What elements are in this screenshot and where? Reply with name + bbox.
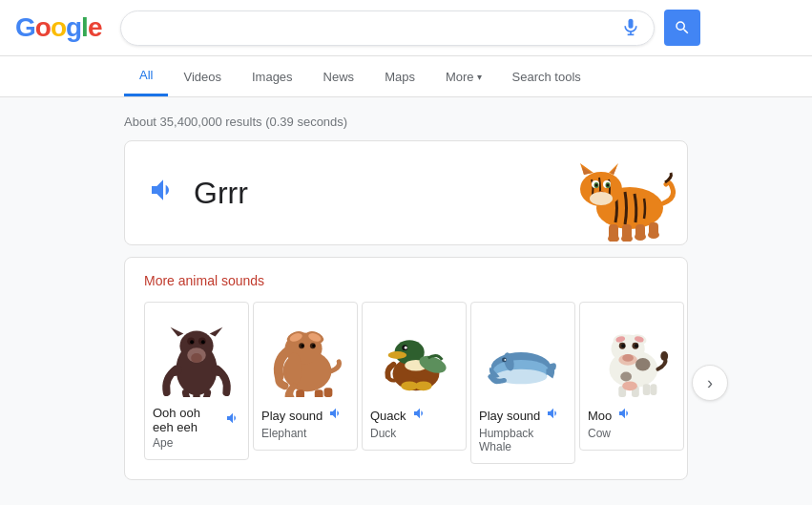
- svg-point-29: [191, 353, 202, 363]
- animal-card-cow[interactable]: Moo Cow: [579, 302, 684, 451]
- animal-card-whale[interactable]: Play sound Humpback Whale: [470, 302, 575, 464]
- next-animals-button[interactable]: ›: [692, 365, 728, 401]
- tiger-image: [563, 146, 677, 242]
- tab-images[interactable]: Images: [237, 58, 308, 95]
- svg-point-21: [648, 231, 659, 239]
- tab-search-tools[interactable]: Search tools: [497, 58, 596, 95]
- tab-videos[interactable]: Videos: [168, 58, 237, 95]
- cow-sound-text: Moo: [588, 409, 612, 423]
- cow-label: Moo: [588, 406, 676, 425]
- svg-rect-45: [324, 388, 333, 397]
- svg-point-27: [190, 340, 194, 344]
- svg-point-74: [620, 372, 632, 382]
- whale-sound-icon[interactable]: [546, 406, 561, 425]
- whale-sound-text: Play sound: [479, 409, 540, 423]
- tab-maps[interactable]: Maps: [369, 58, 430, 95]
- svg-rect-43: [296, 389, 304, 397]
- svg-point-10: [595, 184, 598, 187]
- elephant-image: [261, 312, 349, 398]
- more-sounds-title: More animal sounds: [144, 273, 668, 288]
- tiger-sound-text: Grrr: [194, 176, 248, 211]
- svg-point-41: [302, 345, 304, 347]
- animal-card-elephant[interactable]: Play sound Elephant: [253, 302, 358, 451]
- animal-card-ape[interactable]: Ooh ooh eeh eeh Ape: [144, 302, 249, 460]
- tab-all[interactable]: All: [124, 56, 168, 96]
- duck-sound-icon[interactable]: [412, 406, 427, 425]
- tiger-sound-left: Grrr: [148, 175, 248, 212]
- svg-point-28: [201, 340, 205, 344]
- ape-sublabel: Ape: [153, 436, 240, 450]
- duck-image: [370, 312, 458, 398]
- search-input[interactable]: tiger sound: [135, 19, 614, 36]
- svg-point-42: [312, 345, 315, 347]
- more-sounds-section: More animal sounds: [124, 257, 688, 480]
- whale-sublabel: Humpback Whale: [479, 427, 567, 453]
- play-sound-icon[interactable]: [148, 175, 178, 212]
- ape-sound-icon[interactable]: [225, 410, 240, 430]
- chevron-down-icon: ▾: [477, 72, 482, 82]
- svg-point-51: [405, 347, 407, 349]
- nav-tabs: All Videos Images News Maps More ▾ Searc…: [0, 56, 812, 97]
- tab-news[interactable]: News: [308, 58, 370, 95]
- animals-grid: Ooh ooh eeh eeh Ape: [144, 302, 668, 464]
- ape-sound-text: Ooh ooh eeh eeh: [153, 406, 219, 434]
- whale-label: Play sound: [479, 406, 567, 425]
- tiger-sound-card[interactable]: Grrr: [124, 140, 688, 245]
- cow-image: [588, 312, 676, 398]
- elephant-sound-icon[interactable]: [328, 406, 344, 425]
- tab-more[interactable]: More ▾: [430, 58, 497, 95]
- svg-point-60: [504, 359, 506, 361]
- svg-point-80: [660, 351, 668, 361]
- elephant-sublabel: Elephant: [261, 427, 349, 440]
- google-logo: Google: [15, 12, 101, 43]
- duck-label: Quack: [370, 406, 458, 425]
- svg-point-79: [622, 381, 637, 390]
- svg-point-11: [607, 184, 610, 187]
- ape-image: [153, 312, 240, 398]
- duck-sublabel: Duck: [370, 427, 458, 440]
- svg-rect-0: [629, 18, 634, 28]
- whale-image: [479, 312, 567, 398]
- svg-point-73: [635, 358, 651, 371]
- search-button[interactable]: [664, 10, 700, 46]
- header: Google tiger sound: [0, 0, 812, 56]
- ape-label: Ooh ooh eeh eeh: [153, 406, 240, 434]
- elephant-sound-text: Play sound: [261, 409, 323, 423]
- svg-rect-77: [643, 384, 651, 395]
- svg-rect-44: [315, 389, 323, 397]
- svg-point-34: [286, 352, 302, 386]
- elephant-label: Play sound: [261, 406, 349, 425]
- results-area: About 35,400,000 results (0.39 seconds) …: [0, 97, 812, 505]
- duck-sound-text: Quack: [370, 409, 406, 423]
- svg-point-20: [635, 233, 646, 241]
- svg-rect-78: [651, 384, 657, 395]
- search-bar: tiger sound: [120, 11, 655, 46]
- svg-point-49: [388, 351, 407, 359]
- animal-card-duck[interactable]: Quack Duck: [362, 302, 467, 451]
- svg-point-71: [635, 344, 638, 347]
- svg-point-13: [590, 192, 613, 205]
- mic-icon[interactable]: [621, 17, 640, 39]
- svg-point-70: [621, 344, 625, 347]
- svg-point-72: [622, 354, 634, 362]
- svg-point-53: [415, 381, 432, 390]
- cow-sublabel: Cow: [588, 427, 676, 440]
- result-stats: About 35,400,000 results (0.39 seconds): [124, 107, 688, 140]
- cow-sound-icon[interactable]: [617, 406, 633, 425]
